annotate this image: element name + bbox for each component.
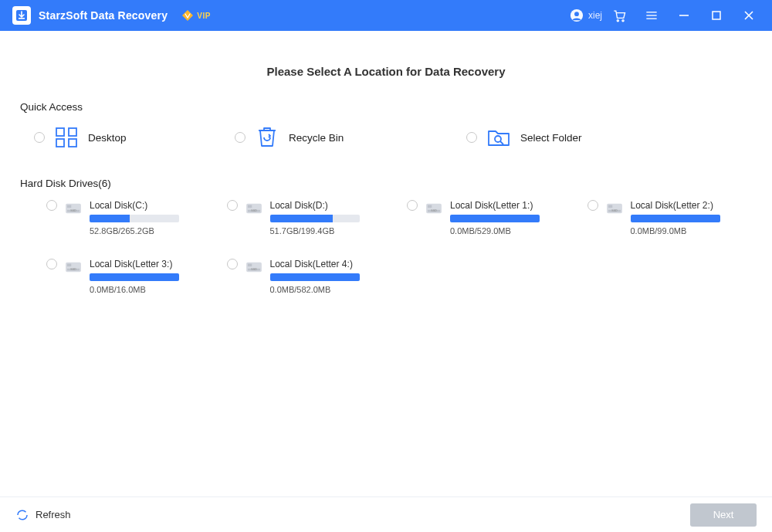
drive-usage-text: 0.0MB/529.0MB	[450, 226, 540, 236]
svg-rect-32	[608, 205, 611, 208]
drive-usage-text: 0.0MB/99.0MB	[631, 226, 720, 236]
svg-rect-20	[67, 205, 71, 208]
main-content: Please Select A Location for Data Recove…	[0, 31, 772, 496]
svg-text:SSD: SSD	[251, 209, 257, 212]
radio-drive[interactable]	[227, 200, 238, 211]
drive-usage-text: 0.0MB/582.0MB	[270, 285, 360, 294]
radio-desktop[interactable]	[34, 132, 45, 143]
drive-item[interactable]: SSDLocal Disk(Letter 3:)0.0MB/16.0MB	[46, 259, 212, 294]
recycle-bin-icon	[253, 124, 281, 151]
svg-rect-28	[428, 205, 432, 208]
radio-drive[interactable]	[46, 259, 57, 269]
svg-text:SSD: SSD	[611, 209, 618, 212]
app-logo	[12, 6, 31, 25]
drive-usage-bar	[270, 273, 360, 281]
svg-rect-13	[56, 128, 64, 136]
app-title: StarzSoft Data Recovery	[39, 9, 168, 22]
select-folder-label: Select Folder	[520, 132, 582, 144]
quick-access-recycle-bin[interactable]: Recycle Bin	[235, 124, 435, 151]
svg-rect-15	[56, 139, 64, 147]
quick-access-desktop[interactable]: Desktop	[34, 124, 204, 151]
quick-access-label: Quick Access	[20, 101, 752, 113]
close-button[interactable]	[741, 8, 757, 23]
svg-rect-1	[19, 18, 25, 19]
ssd-drive-icon: SSD	[245, 260, 262, 274]
vip-diamond-icon	[181, 9, 194, 22]
radio-drive[interactable]	[587, 200, 598, 211]
svg-rect-16	[69, 139, 76, 147]
svg-rect-14	[69, 128, 76, 136]
drive-usage-bar	[90, 215, 179, 222]
user-avatar-icon	[570, 8, 584, 22]
page-heading: Please Select A Location for Data Recove…	[20, 65, 752, 78]
drive-name: Local Disk(Letter 3:)	[90, 259, 179, 269]
radio-drive[interactable]	[227, 259, 238, 269]
svg-point-3	[574, 12, 579, 16]
radio-select-folder[interactable]	[466, 132, 477, 143]
drive-usage-bar	[631, 215, 720, 222]
drive-item[interactable]: SSDLocal Disk(Letter 2:)0.0MB/99.0MB	[587, 200, 753, 236]
refresh-icon	[15, 508, 29, 522]
radio-drive[interactable]	[46, 200, 57, 211]
radio-drive[interactable]	[407, 200, 418, 211]
user-account[interactable]: xiej	[570, 8, 602, 22]
next-button[interactable]: Next	[690, 503, 757, 527]
svg-rect-10	[713, 12, 720, 19]
drive-name: Local Disk(C:)	[90, 200, 179, 211]
vip-badge[interactable]: VIP	[181, 9, 211, 22]
svg-text:SSD: SSD	[70, 209, 76, 212]
ssd-drive-icon: SSD	[606, 202, 623, 215]
user-name: xiej	[588, 10, 602, 21]
vip-label: VIP	[197, 12, 211, 20]
svg-rect-24	[247, 205, 251, 208]
drives-grid: SSDLocal Disk(C:)52.8GB/265.2GBSSDLocal …	[20, 200, 752, 294]
drive-usage-text: 51.7GB/199.4GB	[270, 226, 360, 236]
ssd-drive-icon: SSD	[425, 202, 442, 215]
menu-icon[interactable]	[644, 8, 659, 23]
drives-section-label: Hard Disk Drives(6)	[20, 178, 752, 189]
drive-usage-bar	[270, 215, 360, 222]
drive-usage-text: 0.0MB/16.0MB	[90, 285, 179, 294]
svg-line-18	[500, 141, 503, 144]
maximize-button[interactable]	[709, 8, 724, 23]
quick-access-row: Desktop Recycle Bin Select Folder	[20, 124, 752, 151]
drive-item[interactable]: SSDLocal Disk(Letter 1:)0.0MB/529.0MB	[407, 200, 572, 236]
ssd-drive-icon: SSD	[65, 260, 82, 274]
drive-item[interactable]: SSDLocal Disk(C:)52.8GB/265.2GB	[46, 200, 212, 236]
footer-bar: Refresh Next	[0, 496, 772, 532]
drive-name: Local Disk(Letter 1:)	[450, 200, 540, 211]
title-bar: StarzSoft Data Recovery VIP xiej	[0, 0, 772, 31]
svg-text:SSD: SSD	[251, 268, 257, 271]
svg-point-4	[617, 20, 618, 22]
drive-usage-bar	[450, 215, 540, 222]
select-folder-icon	[485, 124, 513, 151]
svg-rect-40	[247, 264, 251, 267]
desktop-icon	[52, 124, 80, 151]
drive-item[interactable]: SSDLocal Disk(Letter 4:)0.0MB/582.0MB	[227, 259, 392, 294]
svg-text:SSD: SSD	[431, 209, 437, 212]
ssd-drive-icon: SSD	[245, 202, 262, 215]
minimize-button[interactable]	[676, 8, 692, 23]
window-controls	[611, 8, 757, 23]
cart-icon[interactable]	[611, 8, 627, 23]
next-label: Next	[713, 509, 734, 520]
svg-text:SSD: SSD	[70, 268, 76, 271]
ssd-drive-icon: SSD	[65, 202, 82, 215]
drive-name: Local Disk(D:)	[270, 200, 360, 211]
svg-point-17	[495, 136, 501, 142]
radio-recycle[interactable]	[235, 132, 245, 143]
svg-point-5	[622, 20, 624, 22]
refresh-button[interactable]: Refresh	[15, 508, 71, 522]
drive-name: Local Disk(Letter 2:)	[631, 200, 720, 211]
desktop-label: Desktop	[88, 132, 127, 144]
refresh-label: Refresh	[36, 509, 71, 520]
drive-usage-bar	[90, 273, 179, 281]
drive-name: Local Disk(Letter 4:)	[270, 259, 360, 269]
svg-rect-36	[67, 264, 71, 267]
quick-access-select-folder[interactable]: Select Folder	[466, 124, 667, 151]
drive-item[interactable]: SSDLocal Disk(D:)51.7GB/199.4GB	[227, 200, 392, 236]
drive-usage-text: 52.8GB/265.2GB	[90, 226, 179, 236]
recycle-bin-label: Recycle Bin	[289, 132, 344, 144]
